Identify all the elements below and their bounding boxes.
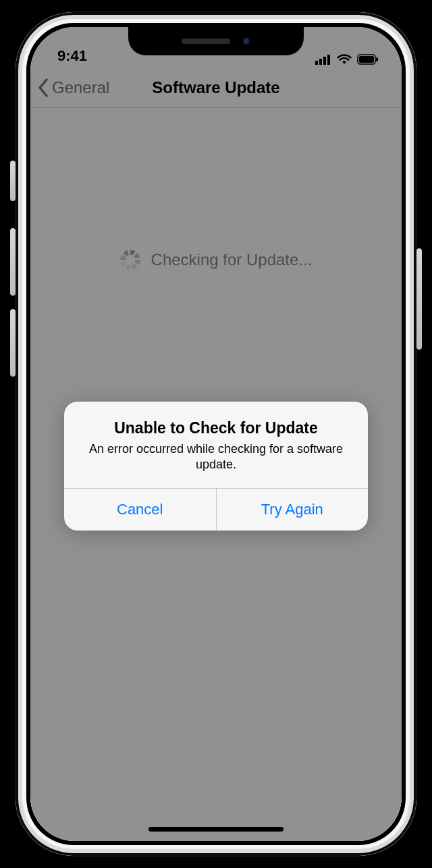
screen: 9:41	[30, 27, 402, 841]
svg-rect-2	[323, 57, 326, 65]
chevron-left-icon	[37, 78, 49, 97]
try-again-button[interactable]: Try Again	[216, 489, 369, 531]
cellular-icon	[315, 54, 331, 65]
volume-down-button	[10, 309, 16, 377]
status-time: 9:41	[57, 47, 87, 65]
notch	[128, 27, 304, 55]
spinner-icon	[120, 250, 140, 270]
front-camera	[242, 37, 250, 45]
svg-rect-0	[315, 61, 318, 65]
svg-rect-1	[319, 59, 322, 65]
alert-actions: Cancel Try Again	[64, 488, 368, 531]
phone-frame: 9:41	[16, 12, 416, 856]
svg-rect-3	[327, 55, 330, 65]
silent-switch	[10, 161, 16, 201]
battery-icon	[357, 54, 379, 65]
home-indicator[interactable]	[148, 827, 284, 832]
svg-rect-5	[359, 56, 374, 63]
page-title: Software Update	[152, 78, 279, 97]
wifi-icon	[337, 54, 352, 65]
alert-message: An error occurred while checking for a s…	[79, 441, 353, 473]
cancel-button[interactable]: Cancel	[64, 489, 216, 531]
back-button[interactable]: General	[37, 67, 109, 107]
volume-up-button	[10, 228, 16, 296]
speaker-grille	[182, 38, 230, 44]
power-button	[416, 248, 422, 350]
alert-title: Unable to Check for Update	[79, 419, 353, 437]
svg-rect-6	[376, 57, 378, 61]
nav-bar: General Software Update	[30, 67, 402, 108]
checking-status: Checking for Update...	[120, 250, 313, 270]
alert-dialog: Unable to Check for Update An error occu…	[64, 402, 368, 531]
back-label: General	[52, 78, 109, 97]
checking-text: Checking for Update...	[151, 250, 313, 269]
